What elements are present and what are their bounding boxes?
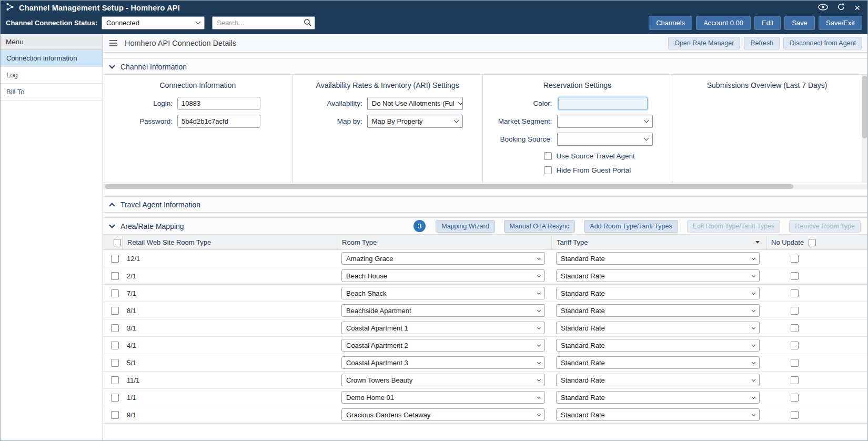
hide-from-guest-portal-checkbox[interactable] [544, 166, 552, 174]
refresh-button[interactable]: Refresh [744, 37, 780, 49]
row-checkbox[interactable] [111, 359, 119, 367]
reservation-settings-panel: Reservation Settings Color: Market Segme… [483, 75, 673, 183]
use-source-travel-agent-checkbox[interactable] [544, 152, 552, 160]
mapping-wizard-button[interactable]: Mapping Wizard [436, 220, 494, 233]
password-field[interactable] [177, 115, 260, 128]
room-type-select[interactable]: Coastal Apartment 1 [341, 322, 545, 334]
search-input[interactable] [212, 16, 315, 29]
tariff-type-select[interactable]: Standard Rate [556, 374, 760, 386]
chevron-down-icon [537, 395, 541, 398]
menu-icon[interactable] [108, 39, 118, 47]
manual-ota-resync-button[interactable]: Manual OTA Resync [504, 220, 576, 233]
room-type-select[interactable]: Coastal Apartment 2 [341, 339, 545, 352]
window-title: Channel Management Setup - Homhero API [19, 4, 180, 12]
row-checkbox[interactable] [111, 394, 119, 402]
add-room-type-tariff-types-button[interactable]: Add Room Type/Tariff Types [584, 220, 678, 233]
sidebar-item-connection-information[interactable]: Connection Information [1, 50, 103, 67]
tariff-type-select[interactable]: Standard Rate [556, 287, 760, 299]
row-checkbox[interactable] [111, 272, 119, 280]
retail-room-type-cell: 9/1 [122, 406, 337, 423]
table-row: 5/1 Coastal Apartment 3 Standard Rate [103, 354, 867, 372]
no-update-all-checkbox[interactable] [809, 239, 816, 246]
availability-select[interactable]: Do Not Use Allotments (Ful [367, 97, 463, 110]
room-type-select[interactable]: Beach House [341, 269, 545, 282]
no-update-checkbox[interactable] [791, 411, 799, 419]
tariff-type-select[interactable]: Standard Rate [556, 391, 760, 404]
column-header-tariff-type[interactable]: Tariff Type [551, 235, 766, 249]
column-header-retail-room-type[interactable]: Retail Web Site Room Type [122, 235, 337, 249]
edit-button[interactable]: Edit [754, 16, 781, 30]
reservation-settings-panel-title: Reservation Settings [490, 81, 665, 89]
row-checkbox[interactable] [111, 255, 119, 263]
tariff-type-select[interactable]: Standard Rate [556, 356, 760, 369]
tariff-type-select[interactable]: Standard Rate [556, 408, 760, 421]
collapse-chevron-icon[interactable] [109, 63, 115, 68]
edit-room-type-tariff-types-button: Edit Room Type/Tariff Types [687, 220, 781, 233]
submissions-overview-panel: Submissions Overview (Last 7 Days) [672, 75, 862, 183]
close-icon[interactable]: × [854, 3, 860, 13]
eye-icon[interactable] [818, 3, 828, 13]
save-button[interactable]: Save [784, 16, 815, 30]
chevron-down-icon [196, 19, 201, 24]
sync-icon[interactable] [837, 3, 845, 13]
row-checkbox[interactable] [111, 307, 119, 315]
room-type-select[interactable]: Coastal Apartment 3 [341, 356, 545, 369]
no-update-checkbox[interactable] [791, 272, 799, 280]
sidebar-item-log[interactable]: Log [1, 67, 103, 84]
account-button[interactable]: Account 0.00 [696, 16, 751, 30]
no-update-checkbox[interactable] [791, 394, 799, 402]
tariff-type-select[interactable]: Standard Rate [556, 252, 760, 265]
step-3-badge: 3 [413, 220, 426, 232]
column-header-room-type[interactable]: Room Type [337, 235, 551, 249]
open-rate-manager-button[interactable]: Open Rate Manager [668, 37, 740, 49]
save-exit-button[interactable]: Save/Exit [819, 16, 862, 30]
collapse-chevron-icon[interactable] [109, 222, 115, 228]
room-type-select[interactable]: Beachside Apartment [341, 304, 545, 317]
connection-status-select[interactable]: Connected [102, 16, 205, 29]
no-update-checkbox[interactable] [791, 376, 799, 384]
tariff-type-select[interactable]: Standard Rate [556, 322, 760, 334]
vertical-scrollbar[interactable] [862, 75, 867, 183]
search-icon[interactable] [304, 18, 312, 29]
disconnect-from-agent-button[interactable]: Disconnect from Agent [783, 37, 862, 49]
room-type-select[interactable]: Amazing Grace [341, 252, 545, 265]
tariff-type-select[interactable]: Standard Rate [556, 304, 760, 317]
row-checkbox[interactable] [111, 342, 119, 349]
channel-information-section-header: Channel Information [103, 58, 867, 75]
color-field[interactable] [558, 97, 648, 110]
vertical-scrollbar-thumb[interactable] [862, 76, 867, 138]
sidebar-item-bill-to[interactable]: Bill To [1, 84, 103, 101]
row-checkbox[interactable] [111, 376, 119, 384]
no-update-checkbox[interactable] [791, 324, 799, 332]
booking-source-select[interactable] [557, 133, 653, 146]
map-by-value: Map By Property [372, 117, 423, 125]
horizontal-scrollbar[interactable] [103, 184, 867, 189]
table-row: 8/1 Beachside Apartment Standard Rate [103, 302, 867, 319]
row-checkbox[interactable] [111, 289, 119, 297]
tariff-type-select[interactable]: Standard Rate [556, 269, 760, 282]
tariff-type-select[interactable]: Standard Rate [556, 339, 760, 352]
no-update-checkbox[interactable] [791, 255, 799, 263]
no-update-checkbox[interactable] [791, 307, 799, 315]
room-type-select[interactable]: Crown Towers Beauty [341, 374, 545, 386]
submissions-overview-panel-title: Submissions Overview (Last 7 Days) [680, 81, 854, 89]
channels-button[interactable]: Channels [649, 16, 692, 30]
no-update-checkbox[interactable] [791, 359, 799, 367]
sort-desc-icon[interactable] [755, 241, 760, 244]
select-all-checkbox[interactable] [114, 239, 121, 246]
horizontal-scrollbar-thumb[interactable] [105, 184, 793, 189]
row-checkbox[interactable] [111, 411, 119, 419]
collapse-chevron-icon[interactable] [109, 203, 115, 208]
market-segment-select[interactable] [557, 115, 653, 128]
area-rate-mapping-table: Retail Web Site Room Type Room Type Tari… [103, 235, 867, 424]
no-update-checkbox[interactable] [791, 342, 799, 349]
map-by-select[interactable]: Map By Property [367, 115, 463, 128]
login-field[interactable] [177, 97, 260, 110]
room-type-select[interactable]: Demo Home 01 [341, 391, 545, 404]
chevron-down-icon [643, 118, 649, 123]
room-type-select[interactable]: Gracious Gardens Getaway [341, 408, 545, 421]
retail-room-type-cell: 5/1 [122, 354, 337, 371]
room-type-select[interactable]: Beach Shack [341, 287, 545, 299]
no-update-checkbox[interactable] [791, 289, 799, 297]
row-checkbox[interactable] [111, 324, 119, 332]
